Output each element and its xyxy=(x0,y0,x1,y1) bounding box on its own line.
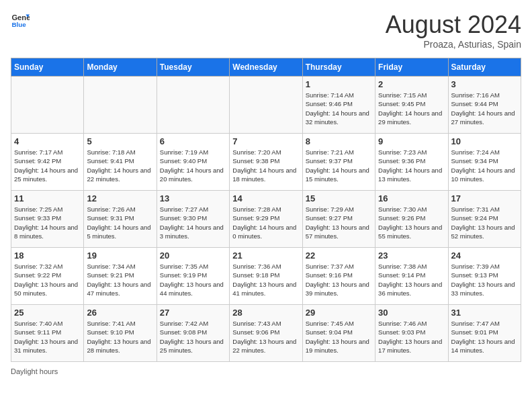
day-number: 19 xyxy=(87,250,153,261)
day-info: Sunrise: 7:31 AM Sunset: 9:24 PM Dayligh… xyxy=(451,205,518,240)
calendar-cell: 13Sunrise: 7:27 AM Sunset: 9:30 PM Dayli… xyxy=(157,191,229,248)
calendar-cell xyxy=(157,77,229,134)
calendar-body: 1Sunrise: 7:14 AM Sunset: 9:46 PM Daylig… xyxy=(11,77,521,362)
header-cell: Sunday xyxy=(11,58,84,77)
calendar-cell: 6Sunrise: 7:19 AM Sunset: 9:40 PM Daylig… xyxy=(157,134,229,191)
day-number: 28 xyxy=(232,308,299,318)
day-info: Sunrise: 7:37 AM Sunset: 9:16 PM Dayligh… xyxy=(306,262,372,298)
day-info: Sunrise: 7:25 AM Sunset: 9:33 PM Dayligh… xyxy=(14,205,81,240)
day-info: Sunrise: 7:46 AM Sunset: 9:03 PM Dayligh… xyxy=(378,319,445,355)
calendar-cell: 12Sunrise: 7:26 AM Sunset: 9:31 PM Dayli… xyxy=(84,191,157,248)
day-info: Sunrise: 7:27 AM Sunset: 9:30 PM Dayligh… xyxy=(160,205,226,240)
day-info: Sunrise: 7:28 AM Sunset: 9:29 PM Dayligh… xyxy=(232,205,299,240)
day-info: Sunrise: 7:38 AM Sunset: 9:14 PM Dayligh… xyxy=(378,262,445,298)
day-number: 5 xyxy=(87,136,153,146)
day-info: Sunrise: 7:35 AM Sunset: 9:19 PM Dayligh… xyxy=(160,262,226,298)
calendar-cell: 10Sunrise: 7:24 AM Sunset: 9:34 PM Dayli… xyxy=(448,134,521,191)
calendar-week-row: 25Sunrise: 7:40 AM Sunset: 9:11 PM Dayli… xyxy=(11,305,521,362)
calendar-cell: 11Sunrise: 7:25 AM Sunset: 9:33 PM Dayli… xyxy=(11,191,84,248)
day-info: Sunrise: 7:23 AM Sunset: 9:36 PM Dayligh… xyxy=(378,148,445,183)
calendar-cell: 7Sunrise: 7:20 AM Sunset: 9:38 PM Daylig… xyxy=(230,134,302,191)
logo: General Blue xyxy=(11,11,30,30)
header-cell: Thursday xyxy=(302,58,375,77)
day-number: 24 xyxy=(451,250,518,261)
day-number: 22 xyxy=(306,250,372,261)
day-number: 18 xyxy=(14,250,81,261)
day-info: Sunrise: 7:47 AM Sunset: 9:01 PM Dayligh… xyxy=(451,319,518,355)
calendar-cell: 28Sunrise: 7:43 AM Sunset: 9:06 PM Dayli… xyxy=(230,305,302,362)
day-info: Sunrise: 7:19 AM Sunset: 9:40 PM Dayligh… xyxy=(160,148,226,183)
day-info: Sunrise: 7:29 AM Sunset: 9:27 PM Dayligh… xyxy=(306,205,372,240)
day-info: Sunrise: 7:26 AM Sunset: 9:31 PM Dayligh… xyxy=(87,205,153,240)
calendar-week-row: 11Sunrise: 7:25 AM Sunset: 9:33 PM Dayli… xyxy=(11,191,521,248)
calendar-cell: 19Sunrise: 7:34 AM Sunset: 9:21 PM Dayli… xyxy=(84,248,157,305)
day-info: Sunrise: 7:45 AM Sunset: 9:04 PM Dayligh… xyxy=(306,319,372,355)
day-number: 15 xyxy=(306,193,372,203)
day-info: Sunrise: 7:42 AM Sunset: 9:08 PM Dayligh… xyxy=(160,319,226,355)
calendar-cell: 29Sunrise: 7:45 AM Sunset: 9:04 PM Dayli… xyxy=(302,305,375,362)
day-number: 17 xyxy=(451,193,518,203)
day-number: 10 xyxy=(451,136,518,146)
day-number: 12 xyxy=(87,193,153,203)
day-info: Sunrise: 7:15 AM Sunset: 9:45 PM Dayligh… xyxy=(378,91,445,126)
calendar-cell xyxy=(230,77,302,134)
day-number: 14 xyxy=(232,193,299,203)
day-number: 21 xyxy=(232,250,299,261)
header-cell: Friday xyxy=(375,58,448,77)
calendar-cell: 22Sunrise: 7:37 AM Sunset: 9:16 PM Dayli… xyxy=(302,248,375,305)
day-number: 16 xyxy=(378,193,445,203)
day-number: 23 xyxy=(378,250,445,261)
footer: Daylight hours xyxy=(11,367,521,375)
title-block: August 2024 Proaza, Asturias, Spain xyxy=(386,11,521,50)
daylight-label: Daylight hours xyxy=(11,367,58,375)
calendar-table: SundayMondayTuesdayWednesdayThursdayFrid… xyxy=(11,58,521,362)
calendar-cell: 9Sunrise: 7:23 AM Sunset: 9:36 PM Daylig… xyxy=(375,134,448,191)
day-info: Sunrise: 7:36 AM Sunset: 9:18 PM Dayligh… xyxy=(232,262,299,298)
day-number: 20 xyxy=(160,250,226,261)
day-number: 13 xyxy=(160,193,226,203)
calendar-cell xyxy=(84,77,157,134)
day-number: 31 xyxy=(451,308,518,318)
calendar-cell: 18Sunrise: 7:32 AM Sunset: 9:22 PM Dayli… xyxy=(11,248,84,305)
page-header: General Blue August 2024 Proaza, Asturia… xyxy=(11,11,521,50)
logo-icon: General Blue xyxy=(11,11,30,30)
day-number: 1 xyxy=(306,79,372,89)
day-number: 6 xyxy=(160,136,226,146)
calendar-cell: 30Sunrise: 7:46 AM Sunset: 9:03 PM Dayli… xyxy=(375,305,448,362)
calendar-week-row: 4Sunrise: 7:17 AM Sunset: 9:42 PM Daylig… xyxy=(11,134,521,191)
header-cell: Monday xyxy=(84,58,157,77)
calendar-cell: 21Sunrise: 7:36 AM Sunset: 9:18 PM Dayli… xyxy=(230,248,302,305)
day-info: Sunrise: 7:34 AM Sunset: 9:21 PM Dayligh… xyxy=(87,262,153,298)
header-cell: Saturday xyxy=(448,58,521,77)
page-title: August 2024 xyxy=(386,11,521,39)
calendar-cell: 8Sunrise: 7:21 AM Sunset: 9:37 PM Daylig… xyxy=(302,134,375,191)
day-info: Sunrise: 7:17 AM Sunset: 9:42 PM Dayligh… xyxy=(14,148,81,183)
day-number: 27 xyxy=(160,308,226,318)
calendar-cell: 3Sunrise: 7:16 AM Sunset: 9:44 PM Daylig… xyxy=(448,77,521,134)
calendar-cell: 17Sunrise: 7:31 AM Sunset: 9:24 PM Dayli… xyxy=(448,191,521,248)
day-number: 26 xyxy=(87,308,153,318)
calendar-cell: 24Sunrise: 7:39 AM Sunset: 9:13 PM Dayli… xyxy=(448,248,521,305)
calendar-cell: 14Sunrise: 7:28 AM Sunset: 9:29 PM Dayli… xyxy=(230,191,302,248)
calendar-cell: 15Sunrise: 7:29 AM Sunset: 9:27 PM Dayli… xyxy=(302,191,375,248)
day-number: 4 xyxy=(14,136,81,146)
header-cell: Tuesday xyxy=(157,58,229,77)
day-info: Sunrise: 7:21 AM Sunset: 9:37 PM Dayligh… xyxy=(306,148,372,183)
day-number: 3 xyxy=(451,79,518,89)
header-cell: Wednesday xyxy=(230,58,302,77)
calendar-week-row: 1Sunrise: 7:14 AM Sunset: 9:46 PM Daylig… xyxy=(11,77,521,134)
day-number: 8 xyxy=(306,136,372,146)
page-subtitle: Proaza, Asturias, Spain xyxy=(386,39,521,50)
calendar-cell: 31Sunrise: 7:47 AM Sunset: 9:01 PM Dayli… xyxy=(448,305,521,362)
calendar-cell: 2Sunrise: 7:15 AM Sunset: 9:45 PM Daylig… xyxy=(375,77,448,134)
day-info: Sunrise: 7:39 AM Sunset: 9:13 PM Dayligh… xyxy=(451,262,518,298)
day-number: 9 xyxy=(378,136,445,146)
day-number: 25 xyxy=(14,308,81,318)
day-info: Sunrise: 7:24 AM Sunset: 9:34 PM Dayligh… xyxy=(451,148,518,183)
svg-text:Blue: Blue xyxy=(11,21,26,28)
day-info: Sunrise: 7:18 AM Sunset: 9:41 PM Dayligh… xyxy=(87,148,153,183)
calendar-week-row: 18Sunrise: 7:32 AM Sunset: 9:22 PM Dayli… xyxy=(11,248,521,305)
day-number: 29 xyxy=(306,308,372,318)
calendar-cell: 16Sunrise: 7:30 AM Sunset: 9:26 PM Dayli… xyxy=(375,191,448,248)
day-info: Sunrise: 7:14 AM Sunset: 9:46 PM Dayligh… xyxy=(306,91,372,126)
